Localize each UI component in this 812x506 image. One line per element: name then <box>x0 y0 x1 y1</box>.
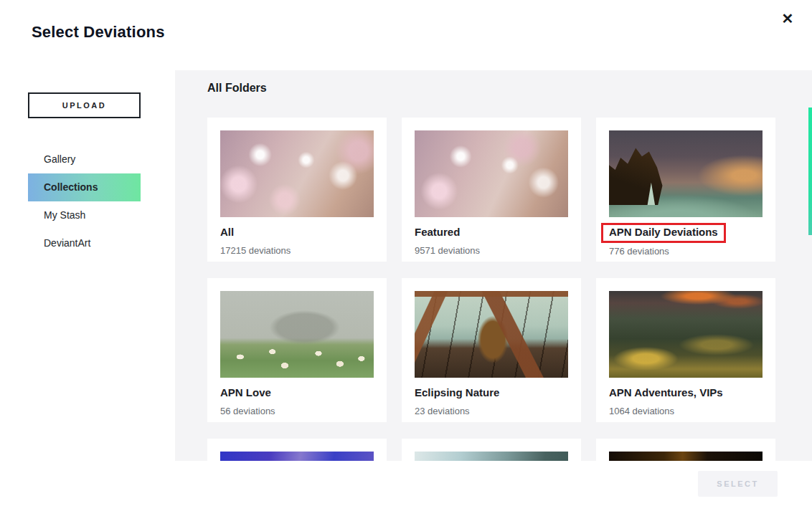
highlight-annotation-box: APN Daily Deviations <box>601 223 726 243</box>
folder-thumbnail-blue-clouds <box>220 452 374 461</box>
sidebar-item-my-stash[interactable]: My Stash <box>28 201 141 229</box>
folder-card-apn-love[interactable]: APN Love 56 deviations <box>207 278 387 422</box>
sidebar-item-gallery[interactable]: Gallery <box>28 145 141 173</box>
select-button[interactable]: SELECT <box>698 471 778 497</box>
folder-count: 17215 deviations <box>220 245 374 256</box>
folder-count: 23 deviations <box>415 406 568 416</box>
sidebar-item-deviantart[interactable]: DeviantArt <box>28 229 141 257</box>
folder-count: 9571 deviations <box>415 245 568 256</box>
modal-header: Select Deviations ✕ <box>0 0 812 70</box>
folders-panel: All Folders All 17215 deviations Feature… <box>175 70 812 461</box>
close-icon[interactable]: ✕ <box>779 10 796 27</box>
folder-card-apn-adventures-vips[interactable]: APN Adventures, VIPs 1064 deviations <box>596 278 775 422</box>
folder-card-partial-2[interactable] <box>402 439 581 461</box>
folder-thumbnail-sunset-mountains <box>609 291 763 378</box>
folder-card-featured[interactable]: Featured 9571 deviations <box>402 118 581 262</box>
folder-count: 56 deviations <box>220 406 374 416</box>
folder-title: APN Daily Deviations <box>609 226 763 239</box>
sidebar-nav: Gallery Collections My Stash DeviantArt <box>28 145 141 257</box>
modal-footer: SELECT <box>0 461 812 506</box>
folder-thumbnail-pink-flowers-2 <box>415 130 568 217</box>
folder-card-all[interactable]: All 17215 deviations <box>207 118 387 262</box>
folder-title: Eclipsing Nature <box>415 386 568 399</box>
folder-card-eclipsing-nature[interactable]: Eclipsing Nature 23 deviations <box>402 278 581 422</box>
folder-thumbnail-dog-deck <box>415 291 568 378</box>
folder-title: APN Adventures, VIPs <box>609 386 763 399</box>
upload-button[interactable]: UPLOAD <box>28 92 141 118</box>
folders-heading: All Folders <box>207 82 267 95</box>
folder-title: Featured <box>415 226 568 239</box>
folder-count: 1064 deviations <box>609 406 763 416</box>
folder-thumbnail-pink-flowers <box>220 130 374 217</box>
folder-thumbnail-coastal-arch <box>609 130 763 217</box>
folder-card-partial-3[interactable] <box>596 439 775 461</box>
folder-title: APN Love <box>220 386 374 399</box>
folder-thumbnail-dark-blossom <box>609 452 763 461</box>
scrollbar-thumb[interactable] <box>808 108 812 235</box>
sidebar: UPLOAD Gallery Collections My Stash Devi… <box>0 70 175 461</box>
modal-title: Select Deviations <box>32 23 165 42</box>
folder-title: All <box>220 226 374 239</box>
folder-thumbnail-foggy-sheep <box>220 291 374 378</box>
folders-grid: All 17215 deviations Featured 9571 devia… <box>207 118 775 461</box>
sidebar-item-collections[interactable]: Collections <box>28 173 141 201</box>
folder-card-apn-daily-deviations[interactable]: APN Daily Deviations 776 deviations <box>596 118 775 262</box>
select-deviations-modal: Select Deviations ✕ UPLOAD Gallery Colle… <box>0 0 812 506</box>
folder-count: 776 deviations <box>609 246 763 257</box>
folder-card-partial-1[interactable] <box>207 439 387 461</box>
folder-thumbnail-teal-seascape <box>415 452 568 461</box>
